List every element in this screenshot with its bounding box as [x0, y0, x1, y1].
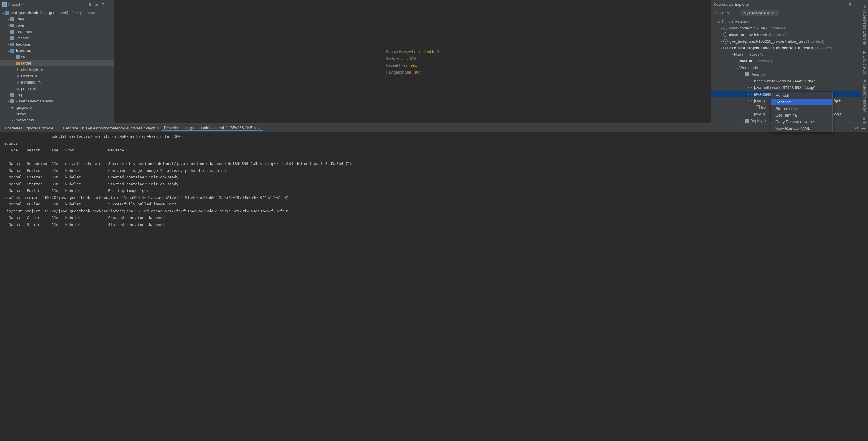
cluster-explorer-root[interactable]: ⌄ ⎈ Cluster Explorer: [711, 18, 861, 25]
collapse-icon[interactable]: ⇲: [94, 2, 98, 7]
cluster-context-count: (1 context): [768, 32, 786, 37]
tree-node[interactable]: ›target: [0, 60, 114, 66]
chevron-icon[interactable]: ⌄: [741, 73, 745, 76]
cluster-node[interactable]: ›⎈gke_test-project-165220_us-central1-a_…: [711, 38, 861, 44]
tree-node[interactable]: mpom.xml: [0, 85, 114, 92]
project-root-module: [java-guestbook]: [39, 10, 68, 15]
k8s-toolbar: ↗ ⟳ ? + System default ▼: [711, 9, 861, 18]
console-main-tab[interactable]: Kubernetes Explorer Console:: [2, 126, 54, 130]
tree-node[interactable]: ›backend: [0, 41, 114, 48]
tree-node[interactable]: ›img: [0, 92, 114, 98]
chevron-right-icon[interactable]: ›: [7, 43, 10, 46]
gear-icon[interactable]: ⚙: [101, 2, 105, 7]
locate-icon[interactable]: ⊕: [88, 2, 92, 7]
minimize-icon[interactable]: —: [855, 2, 859, 7]
subtab-label: Describe: java-guestbook-frontend-648dd7…: [63, 126, 155, 130]
context-menu-item[interactable]: Refresh: [771, 92, 832, 98]
module-icon: [5, 11, 9, 15]
chevron-right-icon[interactable]: ›: [7, 93, 10, 96]
chevron-icon[interactable]: ›: [747, 93, 750, 96]
pod-context-menu: RefreshDescribeStream LogsGet TerminalCo…: [771, 92, 833, 132]
tree-node[interactable]: ▤Dockerfile: [0, 73, 114, 79]
refresh-icon[interactable]: ⟳: [720, 11, 724, 15]
deployments-label: Deploym: [750, 118, 766, 123]
gear-icon[interactable]: ⚙: [848, 2, 852, 7]
k8s-tree-node[interactable]: ⌄Workloads: [711, 64, 861, 71]
chevron-icon[interactable]: ⌄: [747, 99, 750, 102]
chevron-icon[interactable]: ›: [720, 33, 723, 36]
chevron-down-icon[interactable]: ⌄: [7, 49, 10, 52]
context-menu-item[interactable]: Copy Resource Name: [771, 118, 832, 125]
chevron-right-icon[interactable]: ›: [7, 36, 10, 40]
console-subtab[interactable]: Describe: java-guestbook-frontend-648dd7…: [60, 126, 161, 131]
chevron-icon[interactable]: ›: [747, 79, 750, 83]
open-external-icon[interactable]: ↗: [713, 11, 717, 15]
chevron-icon[interactable]: ›: [747, 112, 750, 116]
rail-tab[interactable]: ◈Secret Manager: [862, 76, 868, 115]
gear-icon[interactable]: ⚙: [855, 126, 859, 130]
k8s-tree-node[interactable]: ⌄default(1 context): [711, 58, 861, 64]
tree-node[interactable]: ◈.gitignore: [0, 104, 114, 111]
chevron-right-icon[interactable]: ›: [7, 30, 10, 33]
hint-shortcut: ⌘E: [410, 63, 417, 68]
console-output[interactable]: node.kubernetes.io/unreachable:NoExecute…: [0, 132, 868, 441]
tree-node[interactable]: ›.idea: [0, 16, 114, 22]
project-root-path: ~/test-guestboo: [69, 10, 96, 15]
k8s-tree-node[interactable]: ›✓nodejs-hello-world-b46944f99-7ft4q: [711, 77, 861, 84]
pod-name: java-hello-world-57598df584-2xbg6: [754, 85, 815, 90]
add-icon[interactable]: +: [733, 11, 737, 15]
k8s-tree-node[interactable]: ›✓java-hello-world-57598df584-2xbg6: [711, 84, 861, 91]
chevron-right-icon[interactable]: ›: [12, 62, 16, 65]
project-title-dropdown[interactable]: Project ▾: [2, 2, 24, 7]
tree-node[interactable]: ⬍checkstyle.xml: [0, 66, 114, 73]
chevron-right-icon[interactable]: ›: [7, 18, 10, 21]
minimize-icon[interactable]: —: [107, 2, 112, 7]
chevron-right-icon[interactable]: ›: [12, 55, 16, 59]
chevron-icon[interactable]: ⌄: [720, 46, 723, 50]
cluster-node[interactable]: ›cloud-run-dev-internal(1 context): [711, 31, 861, 38]
chevron-icon[interactable]: ⌄: [736, 66, 740, 69]
chevron-icon[interactable]: ›: [741, 119, 745, 122]
console-subtab[interactable]: Describe: java-guestbook-backend-9df85d8…: [162, 126, 262, 131]
close-icon[interactable]: ×: [157, 126, 159, 130]
chevron-down-icon[interactable]: ⌄: [1, 11, 5, 14]
k8s-tree-node[interactable]: ⌄Namespaces(4): [711, 51, 861, 58]
tree-node-label: .readmes: [16, 29, 32, 34]
rail-tab[interactable]: ⎈Kubernetes Explorer: [862, 2, 868, 48]
tree-node[interactable]: ▸mvnw: [0, 111, 114, 117]
context-menu-item[interactable]: Get Terminal: [771, 112, 832, 118]
k8s-tree-node[interactable]: ⌄Pods(5): [711, 71, 861, 77]
tree-node[interactable]: ›kubernetes-manifests: [0, 98, 114, 104]
chevron-icon[interactable]: ⌄: [725, 53, 728, 56]
tree-node[interactable]: ›src: [0, 54, 114, 60]
project-tree[interactable]: ⌄ test-guestbook [java-guestbook] ~/test…: [0, 9, 114, 123]
project-root-node[interactable]: ⌄ test-guestbook [java-guestbook] ~/test…: [0, 10, 114, 16]
context-menu-item[interactable]: Stream Logs: [771, 105, 832, 112]
context-dropdown[interactable]: System default ▼: [741, 10, 778, 16]
tree-node[interactable]: ›.readmes: [0, 29, 114, 35]
close-icon[interactable]: ×: [258, 126, 260, 129]
rail-tab[interactable]: ▶Cloud Run: [862, 48, 868, 76]
folder-icon: [10, 30, 14, 34]
chevron-icon[interactable]: ›: [720, 40, 723, 43]
cluster-node[interactable]: ›cloud-code-minikube(3 contexts): [711, 25, 861, 31]
cluster-node[interactable]: ⌄⎈gke_test-project-165220_us-central1-a_…: [711, 44, 861, 51]
minimize-icon[interactable]: —: [861, 126, 866, 130]
folder-icon: [10, 24, 14, 27]
help-icon[interactable]: ?: [726, 11, 731, 15]
chevron-icon[interactable]: ›: [747, 86, 750, 89]
tree-node[interactable]: ▸frontend.iml: [0, 79, 114, 85]
tree-node[interactable]: ›.mvn: [0, 22, 114, 29]
tree-node[interactable]: ▸mvnw.cmd: [0, 117, 114, 123]
cluster-explorer-icon: ⎈: [718, 19, 720, 24]
chevron-icon[interactable]: ⌄: [731, 60, 734, 63]
context-menu-item[interactable]: Describe: [771, 98, 832, 105]
chevron-icon[interactable]: ›: [720, 26, 723, 30]
chevron-right-icon[interactable]: ›: [7, 24, 10, 27]
rail-label: Kubernetes Explorer: [863, 10, 867, 45]
tree-node[interactable]: ›.vscode: [0, 35, 114, 41]
context-menu-item[interactable]: View Remote YAML: [771, 125, 832, 132]
chevron-down-icon[interactable]: ⌄: [714, 20, 718, 23]
chevron-right-icon[interactable]: ›: [7, 99, 10, 103]
tree-node[interactable]: ⌄frontend: [0, 48, 114, 54]
